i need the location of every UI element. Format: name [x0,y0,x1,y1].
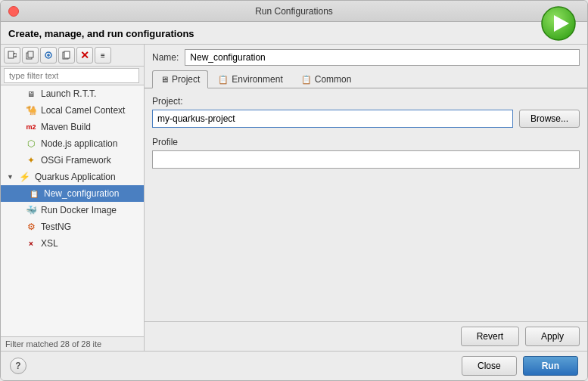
list-item[interactable]: 🖥 Launch R.T.T. [1,85,144,102]
list-item-label: Launch R.T.T. [41,88,96,99]
name-row: Name: [145,45,587,70]
main-content: + ✕ ≡ [1,44,587,351]
run-button[interactable]: Run [523,356,578,376]
sidebar: + ✕ ≡ [1,45,145,351]
list-item[interactable]: ✦ OSGi Framework [1,152,144,169]
list-item[interactable]: ⬡ Node.js application [1,135,144,152]
delete-button[interactable]: ✕ [76,47,93,64]
window-body: Create, manage, and run configurations + [1,22,587,380]
header-section: Create, manage, and run configurations [1,22,587,44]
browse-button[interactable]: Browse... [519,110,580,128]
tab-environment[interactable]: 📋 Environment [210,70,291,88]
filter-status: Filter matched 28 of 28 ite [5,339,101,348]
apply-button[interactable]: Apply [525,327,580,346]
name-label: Name: [152,52,179,63]
list-item[interactable]: 🐪 Local Camel Context [1,102,144,119]
list-item[interactable]: ⚙ TestNG [1,218,144,235]
list-item-label: Maven Build [41,122,91,132]
profile-input[interactable] [152,150,580,169]
close-traffic-light[interactable] [8,6,19,17]
footer-bar: ? Close Run [1,351,587,380]
project-field-row: Browse... [152,110,580,128]
launch-icon: 🖥 [25,88,37,100]
close-button[interactable]: Close [462,356,517,376]
revert-button[interactable]: Revert [461,327,519,346]
quarkus-group-item[interactable]: ▼ ⚡ Quarkus Application [1,169,144,185]
config-icon: 📋 [28,187,40,200]
project-tab-icon: 🖥 [160,75,169,84]
camel-icon: 🐪 [25,104,37,116]
collapse-button[interactable]: ≡ [95,47,111,64]
project-input[interactable] [152,110,513,128]
bottom-actions-bar: Revert Apply [145,321,587,351]
osgi-icon: ✦ [25,154,37,166]
sidebar-toolbar: + ✕ ≡ [1,45,144,67]
title-bar: Run Configurations [1,1,587,22]
sidebar-footer: Filter matched 28 of 28 ite [1,336,144,351]
common-tab-icon: 📋 [301,75,312,85]
list-item-label: Local Camel Context [41,105,125,116]
footer-right: Close Run [462,356,578,376]
help-button[interactable]: ? [10,358,26,374]
panel-content: Project: Browse... Profile [145,88,587,321]
environment-tab-icon: 📋 [218,75,229,85]
filter-input[interactable] [4,68,139,83]
list-item[interactable]: m2 Maven Build [1,119,144,135]
profile-field-label: Profile [152,137,580,147]
project-field-label: Project: [152,96,580,107]
svg-rect-2 [8,51,14,58]
list-item-label: New_configuration [44,188,119,199]
quarkus-icon: ⚡ [19,171,31,183]
right-panel: Name: 🖥 Project 📋 Environment 📋 [145,45,587,351]
profile-field-group: Profile [152,137,580,169]
nodejs-icon: ⬡ [25,138,37,150]
list-item-label: XSL [41,238,58,249]
list-item-label: Run Docker Image [41,205,117,215]
list-item-label: OSGi Framework [41,155,111,166]
edit-button[interactable] [40,47,57,64]
header-title: Create, manage, and run configurations [8,28,194,39]
maven-icon: m2 [25,121,37,133]
new-configuration-item[interactable]: 📋 New_configuration [1,185,144,202]
tabs-bar: 🖥 Project 📋 Environment 📋 Common [145,70,587,88]
expand-arrow-icon: ▼ [7,173,14,181]
list-item-label: Node.js application [41,138,117,149]
docker-icon: 🐳 [25,204,37,216]
new-config-button[interactable]: + [4,47,20,64]
tab-project-label: Project [172,74,200,85]
tab-common-label: Common [315,74,352,85]
duplicate-button[interactable] [22,47,39,64]
list-item-label: TestNG [41,221,71,232]
name-input[interactable] [185,49,580,66]
run-configurations-window: Run Configurations Create, manage, and r… [0,0,588,381]
project-field-group: Project: Browse... [152,96,580,128]
copy-button[interactable] [58,47,75,64]
tab-environment-label: Environment [232,74,282,85]
svg-rect-12 [64,51,70,58]
sidebar-list: 🖥 Launch R.T.T. 🐪 Local Camel Context m2… [1,85,144,336]
list-item-label: Quarkus Application [35,172,116,182]
window-title: Run Configurations [255,6,333,17]
list-item[interactable]: 🐳 Run Docker Image [1,202,144,218]
svg-rect-7 [28,51,33,57]
run-icon-large [540,5,577,42]
tab-project[interactable]: 🖥 Project [152,70,208,88]
list-item[interactable]: × XSL [1,235,144,252]
svg-text:+: + [14,54,17,58]
tab-common[interactable]: 📋 Common [293,70,360,88]
testng-icon: ⚙ [25,221,37,233]
xsl-icon: × [25,237,37,249]
